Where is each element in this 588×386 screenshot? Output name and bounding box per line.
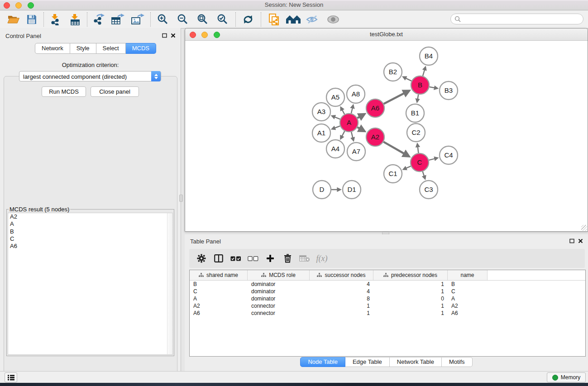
- float-panel-icon[interactable]: [162, 33, 167, 38]
- edge-B-B2[interactable]: [405, 78, 411, 81]
- close-panel-icon[interactable]: [171, 33, 176, 38]
- edge-A-A8[interactable]: [351, 108, 353, 114]
- mcds-result-item[interactable]: A6: [8, 243, 172, 250]
- import-network-button[interactable]: [47, 12, 63, 27]
- column-sort-tree-icon: [383, 273, 388, 277]
- mcds-result-list[interactable]: A2ABCA6: [8, 213, 173, 355]
- column-header-successor-nodes[interactable]: successor nodes: [310, 270, 373, 280]
- edge-C-C1[interactable]: [406, 166, 411, 168]
- tab-select[interactable]: Select: [96, 43, 126, 54]
- tab-motifs[interactable]: Motifs: [442, 357, 473, 367]
- mcds-result-item[interactable]: B: [8, 228, 172, 235]
- deselect-all-rows-button[interactable]: [244, 256, 262, 261]
- open-session-button[interactable]: [5, 12, 22, 27]
- edge-A-A5[interactable]: [342, 110, 344, 114]
- edge-C-C4[interactable]: [429, 158, 435, 160]
- maximize-network-icon[interactable]: [214, 32, 220, 38]
- export-image-button[interactable]: [129, 12, 146, 27]
- table-row[interactable]: Cdominator41C: [190, 288, 585, 295]
- tab-node-table[interactable]: Node Table: [300, 357, 345, 367]
- zoom-selected-button[interactable]: [215, 12, 231, 27]
- zoom-out-button[interactable]: [175, 12, 191, 27]
- edge-A-A2[interactable]: [357, 127, 360, 129]
- float-table-panel-icon[interactable]: [569, 238, 574, 243]
- delete-column-button[interactable]: [279, 254, 296, 263]
- optimization-criterion-dropdown[interactable]: largest connected component (directed): [19, 71, 161, 81]
- tab-edge-table[interactable]: Edge Table: [345, 357, 390, 367]
- show-columns-button[interactable]: [210, 254, 227, 262]
- edge-A-A6[interactable]: [357, 116, 360, 118]
- graph-node-label: A5: [331, 93, 339, 101]
- export-table-button[interactable]: [110, 12, 126, 27]
- vertical-splitter-handle[interactable]: [179, 195, 183, 202]
- minimize-network-icon[interactable]: [201, 32, 208, 38]
- toolbar-separator: [261, 12, 261, 27]
- tab-network-table[interactable]: Network Table: [390, 357, 442, 367]
- show-all-button[interactable]: [325, 12, 341, 27]
- close-network-icon[interactable]: [190, 32, 196, 38]
- close-table-panel-icon[interactable]: [578, 238, 583, 243]
- edge-B-B4[interactable]: [423, 69, 425, 76]
- maximize-window-icon[interactable]: [28, 2, 34, 9]
- edge-A2-C[interactable]: [383, 142, 405, 154]
- save-session-button[interactable]: [24, 12, 40, 27]
- edge-A-A4[interactable]: [342, 131, 344, 137]
- eye-icon: [327, 15, 339, 24]
- minimize-window-icon[interactable]: [15, 2, 22, 9]
- edge-C-C3[interactable]: [423, 172, 425, 176]
- trash-icon: [284, 254, 292, 263]
- table-row[interactable]: A2connector11A2: [190, 302, 585, 310]
- table-row[interactable]: Bdominator41B: [190, 281, 585, 288]
- delete-table-button-disabled[interactable]: [296, 255, 313, 262]
- home-reset-button[interactable]: [285, 12, 301, 27]
- node-table[interactable]: shared nameMCDS rolesuccessor nodesprede…: [189, 270, 586, 357]
- tab-mcds[interactable]: MCDS: [126, 43, 156, 54]
- mcds-result-item[interactable]: A2: [8, 213, 172, 220]
- edge-A6-B[interactable]: [384, 93, 405, 104]
- add-column-button[interactable]: [262, 254, 279, 262]
- show-panels-button[interactable]: [5, 372, 17, 382]
- memory-button[interactable]: Memory: [547, 372, 586, 382]
- tab-network[interactable]: Network: [35, 43, 70, 54]
- column-sort-tree-icon: [317, 273, 322, 277]
- network-from-selection-button[interactable]: [266, 12, 282, 27]
- control-panel: Control Panel NetworkStyleSelectMCDS Opt…: [0, 28, 181, 371]
- mcds-result-box: MCDS result (5 nodes) A2ABCA6: [6, 206, 174, 356]
- column-header-MCDS-role[interactable]: MCDS role: [248, 270, 310, 280]
- network-graph-canvas[interactable]: B4B2BB3A5A8A6B1A3AA1C2A2A4A7C4CC1C3DD1: [185, 41, 587, 231]
- mcds-result-item[interactable]: A: [8, 220, 172, 228]
- column-header-label: MCDS role: [269, 272, 296, 278]
- function-builder-button[interactable]: f(x): [313, 254, 330, 263]
- hide-selected-button[interactable]: [304, 12, 320, 27]
- column-header-predecessor-nodes[interactable]: predecessor nodes: [373, 270, 448, 280]
- edge-A-A7[interactable]: [351, 132, 353, 138]
- edge-B-B3[interactable]: [430, 87, 435, 88]
- edge-A-A3[interactable]: [334, 117, 340, 119]
- search-input[interactable]: [461, 15, 571, 23]
- scrollbar[interactable]: [167, 213, 172, 354]
- zoom-selected-icon: [217, 14, 229, 25]
- mcds-result-item[interactable]: C: [8, 235, 172, 243]
- edge-A-A1[interactable]: [335, 126, 340, 128]
- edge-C-C2[interactable]: [418, 146, 419, 153]
- column-header-shared-name[interactable]: shared name: [190, 270, 248, 280]
- tab-style[interactable]: Style: [70, 43, 96, 54]
- search-box[interactable]: [450, 14, 583, 24]
- run-mcds-button[interactable]: Run MCDS: [42, 86, 86, 97]
- zoom-in-button[interactable]: [155, 12, 171, 27]
- table-row[interactable]: Adominator80A: [190, 295, 585, 302]
- select-all-rows-button[interactable]: [227, 256, 244, 261]
- import-table-button[interactable]: [67, 12, 83, 27]
- table-row[interactable]: A6connector11A6: [190, 310, 585, 317]
- refresh-button[interactable]: [240, 12, 256, 27]
- edge-B-B1[interactable]: [417, 95, 418, 100]
- window-resize-grip[interactable]: [581, 225, 587, 231]
- search-icon: [454, 16, 461, 22]
- close-panel-button[interactable]: Close panel: [91, 86, 139, 97]
- table-settings-button[interactable]: [193, 254, 210, 263]
- zoom-fit-button[interactable]: [195, 12, 211, 27]
- column-header-name[interactable]: name: [448, 270, 488, 280]
- close-window-icon[interactable]: [4, 2, 10, 9]
- export-network-button[interactable]: [91, 12, 107, 27]
- zoom-out-icon: [177, 14, 189, 25]
